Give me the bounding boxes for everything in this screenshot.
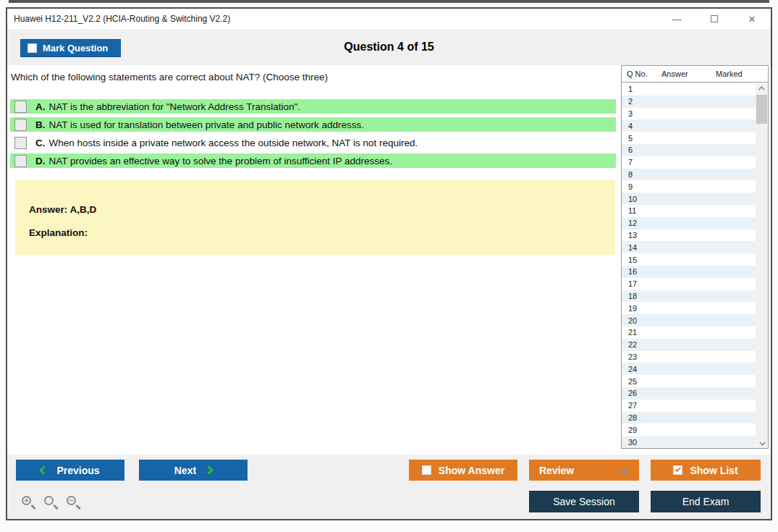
qno-cell: 1 xyxy=(622,85,660,93)
answer-panel: Answer: A,B,D Explanation: xyxy=(15,180,615,255)
question-list-row-5[interactable]: 5 xyxy=(622,132,768,144)
column-header-qno: Q No. xyxy=(622,69,661,78)
review-label: Review xyxy=(539,465,574,476)
qno-cell: 12 xyxy=(622,219,660,227)
option-letter: B. xyxy=(35,119,46,130)
show-answer-checkbox[interactable] xyxy=(422,465,431,475)
zoom-reset-icon[interactable] xyxy=(43,494,60,512)
option-text: NAT is used for translation between priv… xyxy=(49,119,364,130)
qno-cell: 4 xyxy=(622,122,660,130)
scroll-down-arrow-icon[interactable] xyxy=(756,437,768,448)
scroll-thumb[interactable] xyxy=(756,95,767,124)
question-list-row-2[interactable]: 2 xyxy=(622,96,768,108)
question-list-row-20[interactable]: 20 xyxy=(622,314,768,326)
window-controls: — ✕ xyxy=(658,9,771,29)
qno-cell: 29 xyxy=(622,426,660,434)
show-answer-button[interactable]: Show Answer xyxy=(409,460,517,481)
next-button[interactable]: Next xyxy=(139,460,248,481)
zoom-out-icon[interactable]: − xyxy=(65,494,83,512)
question-list-row-18[interactable]: 18 xyxy=(622,290,768,303)
close-button[interactable]: ✕ xyxy=(733,9,771,29)
minimize-icon: — xyxy=(672,14,682,25)
chevron-left-icon xyxy=(40,465,49,475)
qno-cell: 6 xyxy=(622,145,660,154)
qno-cell: 20 xyxy=(622,316,660,325)
end-exam-button[interactable]: End Exam xyxy=(651,491,761,512)
show-list-button[interactable]: Show List xyxy=(651,460,761,481)
option-row-b[interactable]: B.NAT is used for translation between pr… xyxy=(10,117,616,132)
zoom-in-icon[interactable]: + xyxy=(20,494,38,512)
qno-cell: 13 xyxy=(622,231,660,240)
option-checkbox[interactable] xyxy=(14,119,27,131)
question-list-row-4[interactable]: 4 xyxy=(622,119,768,132)
question-list-row-22[interactable]: 22 xyxy=(622,339,768,351)
option-checkbox[interactable] xyxy=(14,137,27,149)
question-list-row-13[interactable]: 13 xyxy=(622,229,768,242)
question-list-row-6[interactable]: 6 xyxy=(622,144,768,156)
question-list-row-15[interactable]: 15 xyxy=(622,253,768,266)
zoom-out-handle xyxy=(75,504,81,510)
question-list-row-8[interactable]: 8 xyxy=(622,169,768,181)
show-list-checkbox[interactable] xyxy=(673,465,682,475)
question-text: Which of the following statements are co… xyxy=(11,72,328,83)
window-title: Huawei H12-211_V2.2 (HCIA-Routing & Swit… xyxy=(7,14,230,24)
option-row-a[interactable]: A.NAT is the abbreviation for "Network A… xyxy=(10,99,616,114)
qno-cell: 2 xyxy=(622,97,660,106)
explanation-label: Explanation: xyxy=(29,227,615,238)
question-list-row-9[interactable]: 9 xyxy=(622,180,768,193)
next-label: Next xyxy=(174,465,196,476)
question-list-scrollbar[interactable] xyxy=(756,83,768,448)
option-row-d[interactable]: D.NAT provides an effective way to solve… xyxy=(10,153,616,168)
question-list-row-10[interactable]: 10 xyxy=(622,193,768,205)
qno-cell: 21 xyxy=(622,328,660,337)
zoom-out-glyph: − xyxy=(67,496,76,505)
option-letter: C. xyxy=(35,138,46,148)
qno-cell: 7 xyxy=(622,158,660,166)
zoom-in-glyph: + xyxy=(22,496,31,505)
minimize-button[interactable]: — xyxy=(658,9,695,29)
option-letter: A. xyxy=(35,101,46,112)
question-list-row-23[interactable]: 23 xyxy=(622,351,768,363)
qno-cell: 10 xyxy=(622,195,660,203)
mark-question-checkbox[interactable] xyxy=(28,43,37,53)
option-checkbox[interactable] xyxy=(14,101,27,113)
question-list-row-16[interactable]: 16 xyxy=(622,266,768,278)
question-list-row-25[interactable]: 25 xyxy=(622,375,768,387)
scroll-up-arrow-icon[interactable] xyxy=(756,83,768,94)
option-row-c[interactable]: C.When hosts inside a private network ac… xyxy=(10,135,616,150)
qno-cell: 14 xyxy=(622,243,660,252)
question-list-row-26[interactable]: 26 xyxy=(622,387,768,400)
question-list-row-14[interactable]: 14 xyxy=(622,241,768,253)
maximize-icon xyxy=(711,15,718,22)
save-session-button[interactable]: Save Session xyxy=(529,491,639,512)
question-list-row-21[interactable]: 21 xyxy=(622,326,768,339)
question-list-row-11[interactable]: 11 xyxy=(622,205,768,217)
question-list-row-17[interactable]: 17 xyxy=(622,278,768,290)
question-list-row-27[interactable]: 27 xyxy=(622,400,768,412)
question-list-row-29[interactable]: 29 xyxy=(622,423,768,436)
mark-question-button[interactable]: Mark Question xyxy=(20,39,121,57)
footer-toolbar: Previous Next Show Answer Review Show Li… xyxy=(7,455,771,519)
qno-cell: 18 xyxy=(622,292,660,300)
qno-cell: 5 xyxy=(622,134,660,143)
answer-text: Answer: A,B,D xyxy=(29,204,615,215)
question-counter: Question 4 of 15 xyxy=(7,29,771,65)
question-list-row-28[interactable]: 28 xyxy=(622,412,768,424)
question-list-row-12[interactable]: 12 xyxy=(622,217,768,229)
content-area: Which of the following statements are co… xyxy=(7,65,771,455)
question-list-row-19[interactable]: 19 xyxy=(622,302,768,314)
mark-question-label: Mark Question xyxy=(43,43,108,54)
question-list-row-30[interactable]: 30 xyxy=(622,436,768,448)
maximize-button[interactable] xyxy=(695,9,733,29)
question-list-row-7[interactable]: 7 xyxy=(622,156,768,169)
option-checkbox[interactable] xyxy=(14,155,27,167)
qno-cell: 16 xyxy=(622,267,660,276)
previous-button[interactable]: Previous xyxy=(16,460,124,481)
question-list-row-3[interactable]: 3 xyxy=(622,108,768,120)
review-dropdown-button[interactable]: Review xyxy=(529,460,639,481)
question-list-body: 1234567891011121314151617181920212223242… xyxy=(622,83,768,448)
question-list-row-24[interactable]: 24 xyxy=(622,363,768,375)
options-list: A.NAT is the abbreviation for "Network A… xyxy=(10,99,616,172)
question-list-row-1[interactable]: 1 xyxy=(622,83,768,96)
qno-cell: 24 xyxy=(622,365,660,373)
